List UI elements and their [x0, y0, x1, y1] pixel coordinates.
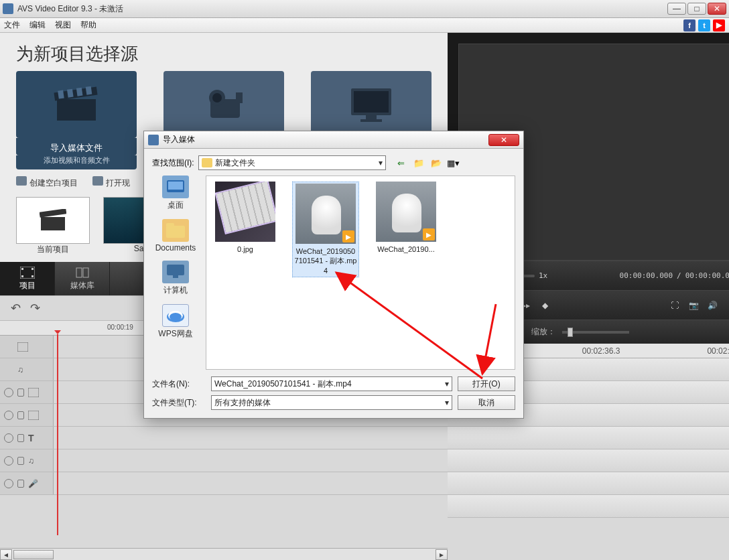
- svg-rect-29: [166, 226, 185, 238]
- lock-icon[interactable]: [17, 434, 24, 442]
- look-in-label: 查找范围(I):: [152, 157, 194, 169]
- eye-icon[interactable]: [4, 479, 13, 488]
- volume-icon[interactable]: 🔊: [705, 298, 720, 313]
- svg-rect-32: [173, 275, 178, 278]
- svg-rect-3: [67, 89, 74, 98]
- tab-project[interactable]: 项目: [0, 262, 55, 295]
- svg-rect-30: [166, 223, 174, 227]
- maximize-button[interactable]: □: [687, 3, 706, 15]
- scroll-left-button[interactable]: ◂: [0, 549, 12, 560]
- monitor-icon: [344, 84, 398, 125]
- chevron-down-icon: ▾: [445, 379, 449, 389]
- chevron-down-icon[interactable]: ▾: [724, 298, 729, 313]
- place-desktop[interactable]: 桌面: [152, 176, 199, 211]
- folder-icon: [202, 158, 212, 167]
- lock-icon[interactable]: [17, 389, 24, 397]
- menu-edit[interactable]: 编辑: [29, 19, 46, 31]
- svg-rect-23: [17, 342, 28, 352]
- playhead[interactable]: [57, 334, 58, 535]
- open-button[interactable]: 打开(O): [458, 376, 515, 391]
- svg-rect-5: [86, 86, 92, 95]
- zoom-label: 缩放：: [531, 326, 555, 338]
- music-note-icon: ♫: [17, 365, 23, 374]
- svg-rect-13: [360, 119, 382, 122]
- undo-icon[interactable]: ↶: [11, 301, 21, 316]
- svg-rect-12: [366, 115, 377, 119]
- look-in-combo[interactable]: 新建文件夹 ▾: [198, 155, 386, 170]
- zoom-slider[interactable]: [562, 331, 629, 334]
- track-text: T: [0, 427, 448, 449]
- open-existing-project[interactable]: 打开现: [92, 176, 130, 189]
- back-icon[interactable]: ⇐: [395, 157, 407, 169]
- new-folder-icon[interactable]: 📂: [430, 157, 442, 169]
- file-item-0jpg[interactable]: 0.jpg: [212, 182, 279, 254]
- file-thumbnail: [215, 182, 275, 242]
- svg-rect-2: [58, 90, 64, 99]
- ruler-mark: 00:02:36.3: [582, 346, 620, 356]
- view-menu-icon[interactable]: ▦▾: [448, 157, 460, 169]
- eye-icon[interactable]: [4, 388, 13, 397]
- fullscreen-icon[interactable]: ⛶: [667, 298, 682, 313]
- twitter-icon[interactable]: t: [698, 19, 710, 31]
- filmstrip-icon: [17, 342, 28, 352]
- file-item-wechat[interactable]: ▶ WeChat_20190...: [373, 182, 440, 254]
- chevron-down-icon: ▾: [379, 158, 383, 167]
- place-wps-cloud[interactable]: WPS网盘: [152, 304, 199, 340]
- tab-library[interactable]: 媒体库: [55, 262, 110, 295]
- svg-rect-21: [76, 268, 82, 277]
- thumb-current-project[interactable]: 当前项目: [16, 197, 90, 255]
- filename-combo[interactable]: WeChat_20190507101541 - 副本.mp4▾: [211, 376, 452, 391]
- filmstrip-icon: [28, 411, 39, 420]
- close-button[interactable]: ✕: [708, 3, 726, 15]
- dialog-titlebar[interactable]: 导入媒体 ✕: [144, 131, 523, 149]
- svg-rect-31: [167, 265, 184, 275]
- svg-point-35: [170, 313, 182, 321]
- file-list[interactable]: 0.jpg ▶ WeChat_20190507101541 - 副本.mp4 ▶…: [206, 176, 515, 370]
- up-folder-icon[interactable]: 📁: [413, 157, 425, 169]
- menu-file[interactable]: 文件: [4, 19, 20, 31]
- redo-icon[interactable]: ↷: [30, 301, 40, 316]
- svg-rect-9: [236, 92, 243, 103]
- place-documents[interactable]: Documents: [152, 219, 199, 253]
- filetype-combo[interactable]: 所有支持的媒体▾: [211, 395, 452, 410]
- eye-icon[interactable]: [4, 433, 13, 443]
- lock-icon[interactable]: [17, 411, 24, 419]
- svg-rect-17: [21, 268, 23, 270]
- timeline-scrollbar[interactable]: ◂▸: [0, 548, 448, 560]
- svg-point-8: [212, 93, 222, 102]
- dialog-title: 导入媒体: [163, 134, 195, 145]
- source-import-media[interactable]: 导入媒体文件 添加视频和音频文件: [16, 71, 137, 169]
- dialog-icon: [148, 135, 159, 145]
- text-icon: T: [28, 433, 34, 443]
- time-current: 00:00:00.000: [620, 271, 673, 280]
- file-thumbnail: ▶: [295, 184, 356, 244]
- cancel-button[interactable]: 取消: [458, 395, 515, 410]
- svg-rect-15: [40, 209, 66, 218]
- eye-icon[interactable]: [4, 411, 13, 420]
- minimize-button[interactable]: —: [667, 3, 686, 15]
- scroll-thumb[interactable]: [13, 550, 54, 559]
- play-badge-icon: ▶: [423, 228, 435, 240]
- menu-help[interactable]: 帮助: [80, 19, 96, 31]
- music-note-icon: ♫: [28, 456, 34, 466]
- youtube-icon[interactable]: ▶: [713, 19, 725, 31]
- import-media-dialog: 导入媒体 ✕ 查找范围(I): 新建文件夹 ▾ ⇐ 📁 📂 ▦▾ 桌面 Docu…: [143, 131, 524, 419]
- marker-button[interactable]: ◆: [537, 298, 552, 313]
- menu-view[interactable]: 视图: [55, 19, 71, 31]
- svg-rect-18: [21, 275, 23, 277]
- ruler-mark: 00:00:19: [107, 324, 133, 331]
- scroll-right-button[interactable]: ▸: [436, 549, 448, 560]
- thumb-label: 当前项目: [16, 244, 90, 255]
- snapshot-icon[interactable]: 📷: [686, 298, 701, 313]
- create-blank-project[interactable]: 创建空白项目: [16, 176, 78, 189]
- place-computer[interactable]: 计算机: [152, 261, 199, 296]
- eye-icon[interactable]: [4, 456, 13, 466]
- dialog-close-button[interactable]: ✕: [488, 134, 519, 146]
- file-item-wechat-copy[interactable]: ▶ WeChat_20190507101541 - 副本.mp4: [292, 182, 359, 277]
- lock-icon[interactable]: [17, 457, 24, 465]
- facebook-icon[interactable]: f: [683, 19, 695, 31]
- filetype-label: 文件类型(T):: [152, 397, 206, 409]
- chevron-down-icon: ▾: [445, 398, 449, 407]
- svg-rect-11: [354, 91, 389, 113]
- lock-icon[interactable]: [17, 480, 24, 488]
